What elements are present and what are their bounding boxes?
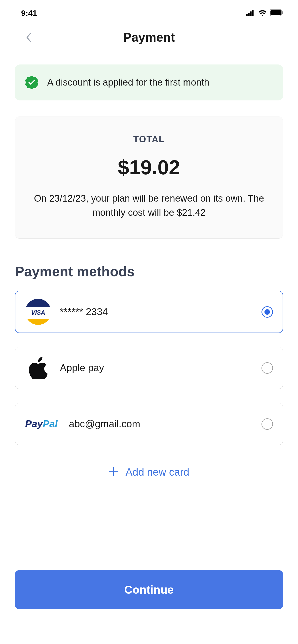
payment-methods-list: VISA ****** 2334 Apple pay PayPal abc@gm…: [15, 291, 283, 445]
battery-icon: [270, 9, 283, 18]
continue-button[interactable]: Continue: [15, 570, 283, 609]
paypal-brand-pay: Pay: [25, 418, 43, 429]
visa-icon: VISA: [25, 299, 51, 325]
visa-masked-number: ****** 2334: [60, 306, 253, 318]
wifi-icon: [258, 9, 267, 18]
radio-paypal[interactable]: [261, 418, 273, 430]
add-card-label: Add new card: [126, 466, 190, 478]
discount-banner: A discount is applied for the first mont…: [15, 64, 283, 100]
paypal-icon: PayPal: [25, 411, 60, 437]
signal-icon: [246, 9, 255, 18]
plus-icon: [109, 467, 118, 477]
continue-label: Continue: [124, 583, 174, 596]
svg-rect-0: [246, 14, 248, 16]
payment-option-paypal[interactable]: PayPal abc@gmail.com: [15, 403, 283, 445]
svg-rect-3: [252, 10, 253, 16]
svg-rect-6: [282, 12, 283, 14]
paypal-brand-pal: Pal: [43, 418, 58, 429]
payment-option-apple[interactable]: Apple pay: [15, 347, 283, 389]
payment-option-visa[interactable]: VISA ****** 2334: [15, 291, 283, 333]
visa-brand-label: VISA: [25, 309, 51, 316]
radio-visa[interactable]: [261, 306, 273, 318]
status-icons: [246, 9, 283, 18]
chevron-left-icon: [26, 33, 32, 42]
check-badge-icon: [25, 76, 39, 89]
radio-apple[interactable]: [261, 362, 273, 374]
svg-rect-1: [248, 13, 250, 16]
total-card: TOTAL $19.02 On 23/12/23, your plan will…: [15, 116, 283, 238]
total-amount: $19.02: [28, 156, 270, 179]
total-label: TOTAL: [28, 134, 270, 144]
section-title: Payment methods: [15, 263, 283, 280]
svg-rect-5: [270, 10, 281, 15]
status-time: 9:41: [21, 9, 37, 18]
renewal-info: On 23/12/23, your plan will be renewed o…: [28, 192, 270, 220]
back-button[interactable]: [24, 32, 34, 42]
apple-pay-label: Apple pay: [60, 362, 253, 374]
banner-text: A discount is applied for the first mont…: [47, 77, 209, 88]
add-new-card-button[interactable]: Add new card: [15, 466, 283, 478]
svg-rect-2: [250, 12, 252, 16]
header: Payment: [0, 23, 298, 52]
apple-icon: [25, 355, 51, 381]
page-title: Payment: [15, 30, 283, 45]
status-bar: 9:41: [0, 0, 298, 23]
paypal-email: abc@gmail.com: [69, 418, 253, 430]
